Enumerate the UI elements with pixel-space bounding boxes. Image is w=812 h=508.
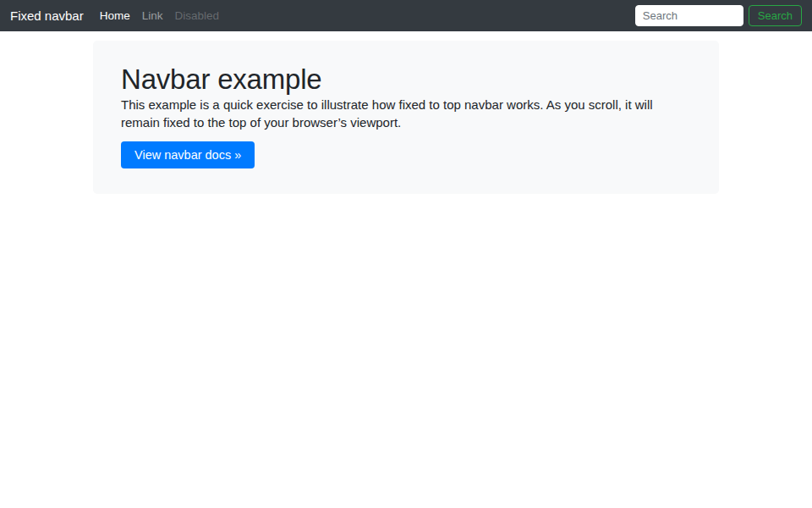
navbar-brand-label: Fixed navbar <box>10 8 84 23</box>
nav-item-disabled[interactable]: Disabled <box>169 7 226 25</box>
view-navbar-docs-button[interactable]: View navbar docs » <box>121 141 255 168</box>
jumbotron-panel: Navbar example This example is a quick e… <box>93 41 719 194</box>
navbar-brand[interactable]: Fixed navbar <box>10 9 84 22</box>
top-navbar: Fixed navbar Home Link Disabled Search <box>0 0 812 31</box>
main-content: Navbar example This example is a quick e… <box>0 41 812 194</box>
search-button[interactable]: Search <box>749 5 802 26</box>
nav-item-link[interactable]: Link <box>136 7 169 25</box>
search-form: Search <box>635 5 802 26</box>
page-title: Navbar example <box>121 63 691 97</box>
page-description: This example is a quick exercise to illu… <box>121 97 691 131</box>
nav-item-home[interactable]: Home <box>94 7 136 25</box>
navbar-nav: Home Link Disabled <box>94 7 225 25</box>
search-input[interactable] <box>635 5 743 26</box>
